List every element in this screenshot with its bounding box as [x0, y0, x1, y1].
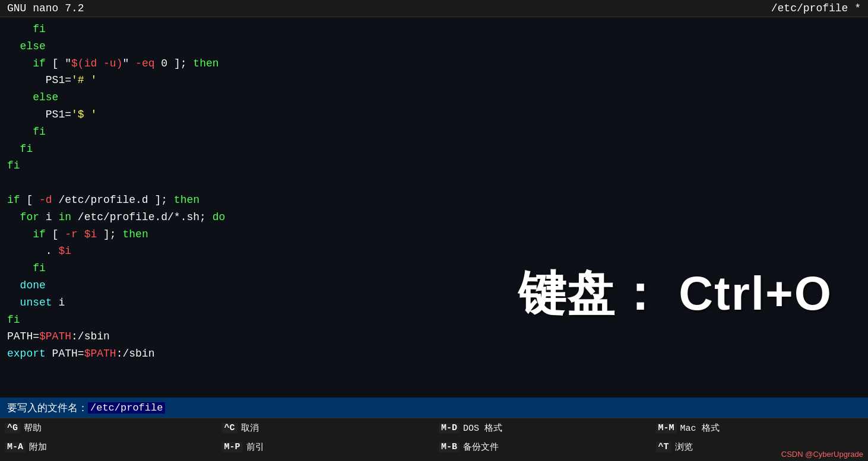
editor-area: fi else if [ "$(id -u)" -eq 0 ]; then PS… [0, 17, 868, 398]
code-line: PS1='# ' [7, 72, 861, 89]
code-line: export PATH=$PATH:/sbin [7, 345, 861, 363]
shortcut-label: 前引 [246, 441, 264, 453]
shortcut-label: 取消 [241, 422, 259, 434]
shortcut-key: M-B [439, 442, 460, 452]
shortcut-item[interactable]: M-B备份文件 [434, 438, 651, 457]
code-line: if [ "$(id -u)" -eq 0 ]; then [7, 55, 861, 72]
shortcut-key: M-P [222, 442, 243, 452]
shortcut-item[interactable]: ^G帮助 [0, 418, 217, 438]
code-line: fi [7, 123, 861, 141]
watermark: CSDN @CyberUpgrade [781, 450, 863, 459]
code-line: fi [7, 311, 861, 329]
code-line: if [ -r $i ]; then [7, 226, 861, 243]
code-line: fi [7, 157, 861, 174]
shortcut-key: ^T [656, 442, 671, 452]
code-line [7, 174, 861, 192]
shortcut-item[interactable]: M-P前引 [217, 438, 435, 457]
title-bar: GNU nano 7.2 /etc/profile * [0, 0, 868, 17]
shortcut-label: 附加 [29, 441, 47, 453]
shortcut-item[interactable]: ^C取消 [217, 418, 435, 438]
shortcut-label: 帮助 [24, 422, 42, 434]
code-line: fi [7, 260, 861, 277]
code-line: . $i [7, 243, 861, 260]
shortcut-item[interactable]: M-A附加 [0, 438, 217, 457]
status-filename: /etc/profile [88, 402, 165, 414]
code-line: fi [7, 21, 861, 38]
shortcut-label: DOS 格式 [463, 422, 502, 434]
shortcut-key: ^G [5, 423, 20, 433]
code-lines: fi else if [ "$(id -u)" -eq 0 ]; then PS… [7, 21, 861, 363]
code-line: PS1='$ ' [7, 106, 861, 123]
shortcut-key: M-D [439, 423, 460, 433]
shortcut-label: 备份文件 [463, 441, 499, 453]
app-name: GNU nano 7.2 [7, 2, 84, 14]
code-line: else [7, 89, 861, 106]
shortcut-key: M-A [5, 442, 26, 452]
file-name: /etc/profile * [771, 2, 861, 14]
shortcut-item[interactable]: M-MMac 格式 [651, 418, 869, 438]
shortcut-label: 浏览 [675, 441, 693, 453]
code-line: else [7, 38, 861, 55]
code-line: PATH=$PATH:/sbin [7, 328, 861, 345]
shortcuts-bar: ^G帮助^C取消M-DDOS 格式M-MMac 格式M-A附加M-P前引M-B备… [0, 418, 868, 457]
code-line: fi [7, 141, 861, 158]
code-line: done [7, 277, 861, 294]
code-line: if [ -d /etc/profile.d ]; then [7, 192, 861, 209]
code-line: for i in /etc/profile.d/*.sh; do [7, 209, 861, 226]
status-prompt: 要写入的文件名： [7, 401, 88, 415]
shortcut-item[interactable]: M-DDOS 格式 [434, 418, 651, 438]
shortcut-key: ^C [222, 423, 237, 433]
code-line: unset i [7, 294, 861, 311]
status-bar: 要写入的文件名： /etc/profile [0, 398, 868, 418]
shortcut-label: Mac 格式 [680, 422, 720, 434]
shortcut-key: M-M [656, 423, 677, 433]
